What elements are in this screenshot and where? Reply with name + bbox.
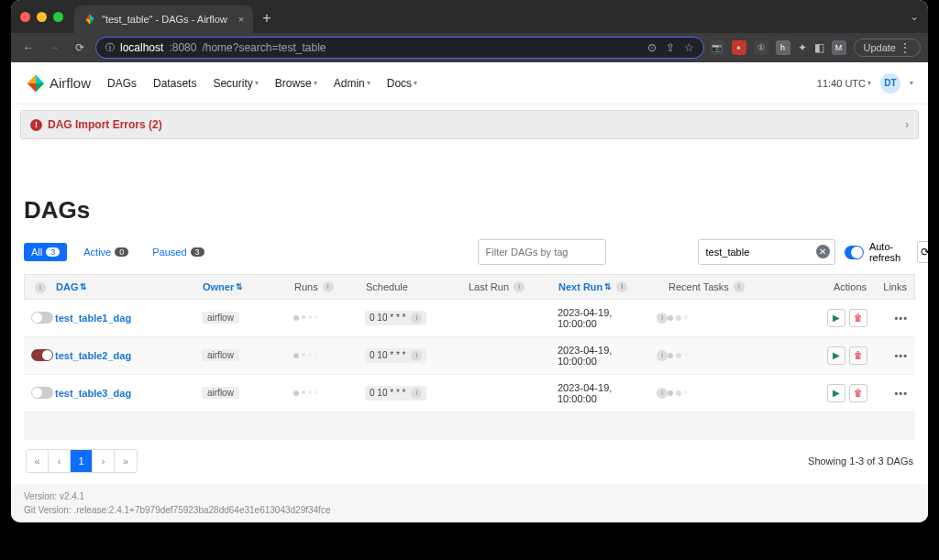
delete-dag-button[interactable]: 🗑 [849,384,867,402]
browser-tab[interactable]: "test_table" - DAGs - Airflow × [74,5,253,33]
new-tab-button[interactable]: + [262,10,271,27]
info-icon[interactable]: i [411,350,422,361]
tab-title: "test_table" - DAGs - Airflow [102,14,227,25]
info-icon[interactable]: i [616,281,627,292]
page-current[interactable]: 1 [71,450,93,472]
trigger-dag-button[interactable]: ▶ [827,309,845,327]
table-header: i DAG ⇅ Owner ⇅ Runsi Schedule Last Runi… [24,274,915,300]
airflow-logo[interactable]: Airflow [26,73,91,93]
page-first[interactable]: « [27,450,49,472]
info-icon[interactable]: i [734,281,745,292]
search-icon[interactable]: ⊙ [647,41,657,54]
page-next[interactable]: › [93,450,115,472]
links-menu[interactable]: ••• [867,313,908,324]
dag-link[interactable]: test_table1_dag [55,313,131,324]
address-bar[interactable]: ⓘ localhost:8080/home?search=test_table … [95,37,704,59]
extension-icon[interactable]: h [776,40,790,55]
extension-icon[interactable]: ● [732,40,746,55]
minimize-window-button[interactable] [37,12,47,22]
chevron-down-icon[interactable]: ⌄ [910,10,919,23]
reload-button[interactable]: ⟳ [70,41,90,54]
schedule-chip[interactable]: 0 10 * * * i [365,311,426,325]
col-last-run: Last Runi [469,281,558,292]
page-prev[interactable]: ‹ [49,450,71,472]
user-menu-caret[interactable]: ▾ [910,79,913,87]
menu-browse[interactable]: Browse▾ [275,77,317,90]
info-icon[interactable]: i [657,350,668,361]
links-menu[interactable]: ••• [867,350,908,361]
user-avatar[interactable]: DT [880,73,900,93]
table-row: test_table1_dagairflow0 10 * * * i2023-0… [24,300,915,337]
main-menu: DAGs Datasets Security▾ Browse▾ Admin▾ D… [107,77,417,90]
col-owner[interactable]: Owner ⇅ [203,281,294,292]
filter-bar: All3 Active0 Paused3 ✕ Auto-refresh ⟳ [24,239,915,265]
info-icon[interactable]: i [411,313,422,324]
alert-text: DAG Import Errors (2) [48,118,162,131]
extension-icon[interactable]: ① [754,40,768,55]
site-info-icon[interactable]: ⓘ [105,41,115,54]
url-path: /home?search=test_table [202,41,326,54]
col-links: Links [867,281,907,292]
owner-tag[interactable]: airflow [202,349,239,361]
col-dag[interactable]: DAG ⇅ [56,281,203,292]
url-port: :8080 [169,41,196,54]
info-icon[interactable]: i [411,388,422,399]
page-last[interactable]: » [115,450,137,472]
delete-dag-button[interactable]: 🗑 [849,309,867,327]
trigger-dag-button[interactable]: ▶ [827,346,845,365]
info-icon[interactable]: i [657,388,668,399]
maximize-window-button[interactable] [53,12,63,22]
schedule-chip[interactable]: 0 10 * * * i [365,348,426,363]
trigger-dag-button[interactable]: ▶ [827,384,845,402]
pause-toggle[interactable] [31,387,53,399]
filter-active[interactable]: Active0 [76,243,136,261]
close-tab-icon[interactable]: × [238,14,244,25]
links-menu[interactable]: ••• [867,388,908,399]
info-icon[interactable]: i [323,281,334,292]
extensions-menu-icon[interactable]: ✦ [798,41,807,54]
owner-tag[interactable]: airflow [202,387,239,399]
git-version-line: Git Version: .release:2.4.1+7b979def7592… [24,503,915,517]
extensions-puzzle-icon[interactable]: ◧ [814,41,824,54]
menu-datasets[interactable]: Datasets [153,77,196,90]
info-icon[interactable]: i [514,281,525,292]
col-next-run[interactable]: Next Run ⇅i [558,281,668,292]
manual-refresh-button[interactable]: ⟳ [917,241,928,263]
menu-admin[interactable]: Admin▾ [334,77,370,90]
menu-dags[interactable]: DAGs [107,77,137,90]
auto-refresh-toggle[interactable] [845,246,864,259]
delete-dag-button[interactable]: 🗑 [849,346,867,365]
owner-tag[interactable]: airflow [202,312,239,324]
menu-docs[interactable]: Docs▾ [387,77,417,90]
schedule-chip[interactable]: 0 10 * * * i [365,386,426,401]
import-errors-alert[interactable]: ! DAG Import Errors (2) › [20,110,919,139]
pause-toggle[interactable] [31,312,53,324]
browser-update-button[interactable]: Update⋮ [854,38,921,57]
bookmark-icon[interactable]: ☆ [684,41,694,54]
pagination: « ‹ 1 › » [26,449,138,473]
dag-link[interactable]: test_table3_dag [55,388,131,399]
pause-toggle[interactable] [31,349,53,361]
back-button[interactable]: ← [18,41,39,54]
task-dots [668,353,812,358]
info-icon[interactable]: i [657,313,668,324]
search-dags-input[interactable] [698,239,835,265]
table-row: test_table2_dagairflow0 10 * * * i2023-0… [24,337,915,375]
version-line: Version: v2.4.1 [24,489,915,503]
forward-button[interactable]: → [44,41,64,54]
close-window-button[interactable] [20,12,30,22]
menu-security[interactable]: Security▾ [213,77,258,90]
next-run-value: 2023-04-19, 10:00:00 i [558,382,668,404]
clear-search-icon[interactable]: ✕ [816,245,830,258]
chevron-right-icon: › [905,118,909,131]
info-icon[interactable]: i [35,282,46,293]
profile-avatar[interactable]: M [832,40,846,55]
filter-paused[interactable]: Paused3 [145,243,211,261]
filter-tags-input[interactable] [478,239,606,265]
dag-link[interactable]: test_table2_dag [55,350,131,361]
share-icon[interactable]: ⇪ [666,41,675,54]
filter-all[interactable]: All3 [24,243,67,261]
extension-icon[interactable]: 📷 [710,40,724,55]
browser-toolbar: ← → ⟳ ⓘ localhost:8080/home?search=test_… [11,33,928,62]
showing-text: Showing 1-3 of 3 DAGs [808,456,913,467]
